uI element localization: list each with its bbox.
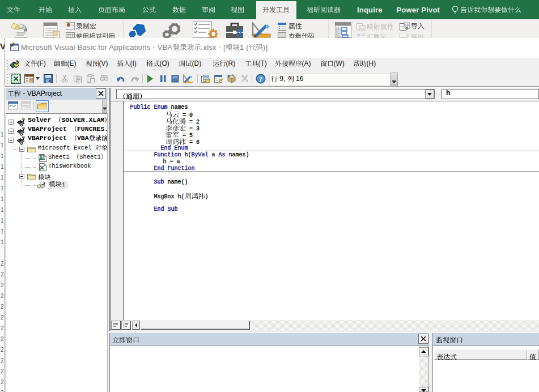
svg-text:?: ? xyxy=(259,75,262,83)
